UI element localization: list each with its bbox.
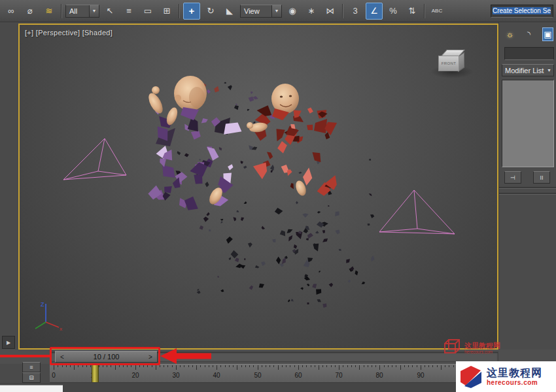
debris-column [229,201,341,308]
ruler-number: 50 [254,372,261,379]
main-toolbar: ∞ ⌀ ≋ All ▼ ↖ ≡ ▭ ⊞ + ↻ ◣ View ▼ ◉ ∗ ⋈ 3… [0,0,556,22]
unlink-selection-icon[interactable]: ⌀ [22,3,39,20]
bind-to-space-warp-icon[interactable]: ≋ [41,3,58,20]
named-selection-set-value: Create Selection Se [493,7,551,14]
chevron-down-icon: ▼ [547,68,553,73]
ruler-number: 30 [172,372,179,379]
axis-x-label: x [60,326,62,331]
spinner-snap-toggle-icon[interactable]: ⇅ [404,3,421,20]
reference-coordinate-dropdown[interactable]: View ▼ [240,5,282,18]
snap-toggle-icon[interactable]: 3 [347,3,364,20]
modifier-list-dropdown[interactable]: Modifier List ▼ [502,64,554,76]
select-and-move-icon[interactable]: + [183,3,200,20]
deflector-right [379,190,455,234]
open-mini-curve-editor-button[interactable]: ≡ [22,362,41,372]
modifier-list-label: Modifier List [505,67,544,74]
ruler-number: 0 [52,372,56,379]
display-panel-tab-icon[interactable]: ▣ [542,27,553,41]
select-object-icon[interactable]: ↖ [101,3,118,20]
perspective-viewport[interactable]: [+] [Perspective] [Shaded] FRONT Z x [18,24,498,350]
select-and-link-icon[interactable]: ∞ [3,3,20,20]
ruler-number: 60 [294,372,302,379]
ruler-number: 70 [335,372,342,379]
axis-z-label: Z [41,301,44,308]
modifier-stack[interactable] [502,80,554,167]
viewport-label[interactable]: [+] [Perspective] [Shaded] [25,29,113,37]
watermark-logo [459,365,483,389]
watermark-stamp-brand: 这里教程网 [464,342,500,350]
current-frame-marker[interactable] [92,365,99,382]
large-shards [156,118,327,146]
scene-svg [20,25,497,348]
select-and-rotate-icon[interactable]: ↻ [202,3,219,20]
window-crossing-toggle-icon[interactable]: ⊞ [158,3,175,20]
annotation-line [0,355,50,357]
toolbar-separator [61,4,62,18]
watermark-stamp-domain: herecours.com [464,350,500,354]
modify-panel-tab-icon[interactable]: ◝ [523,27,534,41]
select-and-manipulate-icon[interactable]: ∗ [303,3,320,20]
chevron-down-icon: ▼ [89,5,99,17]
selection-filter-dropdown[interactable]: All ▼ [65,5,99,18]
ruler-number: 80 [375,372,383,379]
use-pivot-point-center-icon[interactable]: ◉ [284,3,301,20]
watermark-stamp: 这里教程网 herecours.com [442,333,505,363]
reference-coordinate-value: View [244,7,260,15]
ruler-number: 40 [213,372,220,379]
viewcube-front-face[interactable]: FRONT [438,56,459,71]
object-name-field[interactable] [504,47,554,60]
select-by-name-icon[interactable]: ≡ [120,3,137,20]
select-and-scale-icon[interactable]: ◣ [221,3,238,20]
command-panel-tabs: ☼ ◝ ▣ [499,22,556,41]
annotation-rectangle [50,347,160,365]
mirror-icon[interactable]: ⋈ [322,3,339,20]
named-selection-set-field[interactable]: Create Selection Se [491,5,553,18]
annotation-arrow [160,347,211,365]
ruler-number: 20 [131,372,139,379]
toolbar-separator [342,4,343,18]
create-panel-tab-icon[interactable]: ☼ [504,27,515,41]
panel-divider [499,187,556,189]
red-cluster [252,105,337,195]
deflector-left [63,139,126,180]
watermark-brand-text: 这里教程网 [487,367,542,379]
world-axis-tripod: Z x [29,297,65,331]
watermark-brandmark: 这里教程网 herecours.com [456,361,556,392]
selection-filter-value: All [69,7,77,15]
percent-snap-toggle-icon[interactable]: % [385,3,402,20]
rectangular-selection-region-icon[interactable]: ▭ [139,3,156,20]
toolbar-separator [179,4,180,18]
keyboard-shortcut-override-icon[interactable]: ABC [428,3,445,20]
angle-snap-toggle-icon[interactable]: ∠ [366,3,383,20]
modifier-stack-buttons: ⊣ II [504,171,550,184]
watermark-domain-text: herecours.com [487,379,542,387]
expand-panel-button[interactable]: ▶ [2,336,15,349]
ruler-number: 90 [417,372,424,379]
pin-stack-button[interactable]: ⊣ [504,171,521,184]
toolbar-separator [424,4,425,18]
left-strip: ▶ [0,22,18,350]
show-end-result-button[interactable]: II [533,171,550,184]
chevron-down-icon: ▼ [271,5,281,17]
watermark-stamp-logo [442,337,462,359]
3dsmax-window: ∞ ⌀ ≋ All ▼ ↖ ≡ ▭ ⊞ + ↻ ◣ View ▼ ◉ ∗ ⋈ 3… [0,0,556,392]
panel-divider [499,193,556,195]
viewcube[interactable]: FRONT [430,48,474,82]
trackbar-toggle-button[interactable]: ⊟ [22,372,41,383]
maxscript-mini-listener[interactable] [0,385,63,392]
command-panel: ☼ ◝ ▣ Modifier List ▼ ⊣ II [498,22,556,392]
